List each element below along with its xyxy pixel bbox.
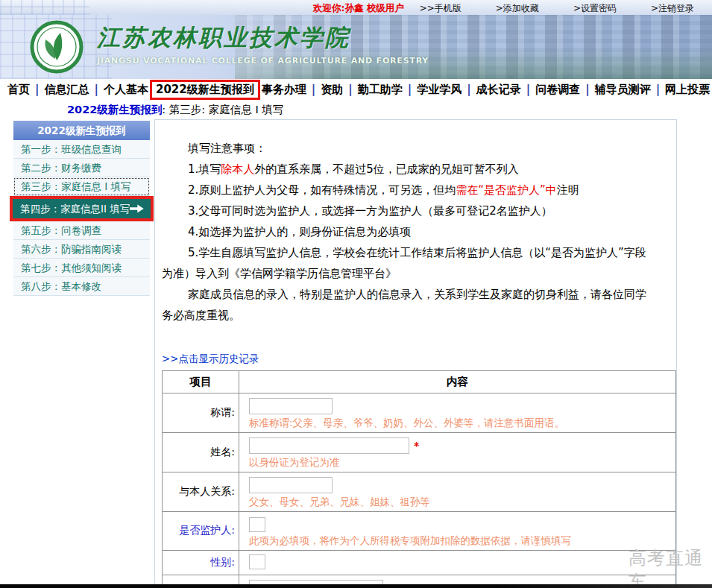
guardian-hint: 此项为必填项，将作为个人所得税专项附加扣除的数据依据，请谨慎填写 bbox=[249, 534, 670, 547]
notes-line-5: 5.学生自愿填写监护人信息，学校会在统计工作结束后将监护人信息（以“是否为监护人… bbox=[162, 242, 654, 284]
nav-separator: | bbox=[35, 83, 39, 96]
form-notes: 填写注意事项： 1.填写除本人外的直系亲属，不超过5位，已成家的兄姐可暂不列入 … bbox=[162, 138, 654, 326]
nav-item-personal-basic[interactable]: 个人基本 bbox=[104, 83, 148, 97]
notes-line-1: 1.填写除本人外的直系亲属，不超过5位，已成家的兄姐可暂不列入 bbox=[162, 159, 654, 180]
site-banner: 江苏农林职业技术学院 JIANGSU VOCATIONAL COLLEGE OF… bbox=[0, 15, 712, 79]
nav-item-info-summary[interactable]: 信息汇总 bbox=[44, 83, 89, 97]
column-header-content: 内容 bbox=[239, 371, 676, 393]
preregistration-steps-sidebar: 2022级新生预报到 第一步：班级信息查询 第二步：财务缴费 第三步：家庭信息 … bbox=[13, 121, 150, 296]
current-step-arrow-icon bbox=[130, 204, 144, 213]
annotation-highlight-box: 第四步：家庭信息II 填写 bbox=[10, 196, 154, 221]
table-row: 与本人关系: 父女、母女、兄弟、兄妹、姐妹、祖孙等 bbox=[163, 472, 676, 512]
title-hint: 标准称谓:父亲、母亲、爷爷、奶奶、外公、外婆等，请注意书面用语。 bbox=[249, 417, 670, 429]
guardian-label: 是否监护人: bbox=[163, 512, 239, 551]
sidebar-title: 2022级新生预报到 bbox=[13, 121, 150, 140]
notes-line-4: 4.如选择为监护人的，则身份证信息为必填项 bbox=[162, 221, 654, 242]
sidebar-item-step2-payment[interactable]: 第二步：财务缴费 bbox=[13, 159, 150, 177]
breadcrumb-step: : 第三步: 家庭信息 I 填写 bbox=[162, 104, 283, 116]
nav-item-funding[interactable]: 资助 bbox=[321, 83, 343, 97]
logout-link[interactable]: >注销登录 bbox=[651, 2, 694, 15]
breadcrumb-section: 2022级新生预报到 bbox=[67, 104, 162, 116]
show-history-link[interactable]: >>点击显示历史记录 bbox=[162, 353, 259, 366]
family-info-form-table: 项目 内容 称谓: 标准称谓:父亲、母亲、爷爷、奶奶、外公、外婆等，请注意书面用… bbox=[162, 370, 676, 588]
relation-hint: 父女、母女、兄弟、兄妹、姐妹、祖孙等 bbox=[249, 496, 670, 508]
table-row: 称谓: 标准称谓:父亲、母亲、爷爷、奶奶、外公、外婆等，请注意书面用语。 bbox=[163, 393, 676, 433]
nav-item-work-study[interactable]: 勤工助学 bbox=[358, 83, 403, 97]
sidebar-item-step6-antifraud-reading[interactable]: 第六步：防骗指南阅读 bbox=[13, 240, 150, 259]
sidebar-item-step8-basic-edit[interactable]: 第八步：基本修改 bbox=[13, 277, 150, 296]
required-asterisk: * bbox=[414, 440, 419, 452]
notes-line-6: 家庭成员信息的录入，特别是监护人的信息录入，关系到学生及家庭的切身利益，请各位同… bbox=[162, 284, 654, 326]
nav-separator: | bbox=[348, 83, 352, 96]
guardian-checkbox[interactable] bbox=[249, 517, 265, 532]
relation-label: 与本人关系: bbox=[163, 472, 239, 512]
college-name-chinese: 江苏农林职业技术学院 bbox=[97, 22, 429, 54]
college-name-english: JIANGSU VOCATIONAL COLLEGE OF AGRICULTUR… bbox=[97, 56, 429, 66]
nav-separator: | bbox=[312, 83, 315, 96]
nav-item-home[interactable]: 首页 bbox=[7, 83, 30, 97]
add-favorite-link[interactable]: >添加收藏 bbox=[496, 2, 539, 15]
nav-separator: | bbox=[94, 83, 98, 96]
notes-line-3: 3.父母可同时选为监护人，或选择一方为监护人（最多可登记2名监护人） bbox=[162, 200, 654, 221]
table-row: 姓名: * 以身份证为登记为准 bbox=[163, 433, 676, 472]
nav-separator: | bbox=[656, 83, 660, 96]
nav-item-affairs[interactable]: 事务办理 bbox=[262, 83, 306, 97]
gender-input[interactable] bbox=[249, 554, 265, 569]
mobile-version-link[interactable]: >>手机版 bbox=[420, 2, 461, 15]
college-logo-icon bbox=[30, 20, 84, 74]
top-utility-bar: 欢迎你:孙鑫 校级用户 >>手机版 >添加收藏 >设置密码 >注销登录 bbox=[0, 0, 712, 15]
nav-item-growth-record[interactable]: 成长记录 bbox=[476, 83, 521, 97]
sidebar-item-step7-other-notices[interactable]: 第七步：其他须知阅读 bbox=[13, 259, 150, 277]
nav-item-online-voting[interactable]: 网上投票 bbox=[665, 83, 710, 97]
nav-separator: | bbox=[467, 83, 470, 96]
top-links: >>手机版 >添加收藏 >设置密码 >注销登录 bbox=[420, 2, 694, 15]
nav-item-questionnaire[interactable]: 问卷调查 bbox=[535, 83, 580, 97]
column-header-item: 项目 bbox=[163, 371, 239, 393]
nav-item-counselor-review[interactable]: 辅导员测评 bbox=[595, 83, 651, 97]
title-label: 称谓: bbox=[163, 393, 239, 433]
breadcrumb: 2022级新生预报到: 第三步: 家庭信息 I 填写 bbox=[67, 103, 283, 117]
notes-line-2: 2.原则上监护人为父母，如有特殊情况，可另选，但均需在“是否监护人”中注明 bbox=[162, 180, 654, 200]
set-password-link[interactable]: >设置密码 bbox=[573, 2, 617, 15]
bottom-edge-strip bbox=[0, 584, 712, 588]
name-label: 姓名: bbox=[163, 433, 239, 472]
notes-title: 填写注意事项： bbox=[162, 138, 654, 159]
nav-separator: | bbox=[526, 83, 530, 96]
sidebar-item-step5-questionnaire[interactable]: 第五步：问卷调查 bbox=[13, 221, 150, 240]
title-input[interactable] bbox=[249, 398, 333, 414]
nav-separator: | bbox=[408, 83, 412, 96]
relation-input[interactable] bbox=[249, 477, 333, 493]
nav-item-2022-freshman-preregistration[interactable]: 2022级新生预报到 bbox=[150, 80, 260, 100]
main-nav: 首页 | 信息汇总 | 个人基本 2022级新生预报到 事务办理 | 资助 | … bbox=[0, 79, 712, 100]
decorative-grid-pattern bbox=[0, 0, 89, 15]
welcome-user-text: 欢迎你:孙鑫 校级用户 bbox=[313, 2, 404, 15]
nav-separator: | bbox=[585, 83, 589, 96]
sidebar-item-step3-family-info-1[interactable]: 第三步：家庭信息 I 填写 bbox=[13, 177, 150, 196]
gender-label: 性别: bbox=[163, 550, 239, 575]
sidebar-item-label: 第四步：家庭信息II 填写 bbox=[20, 199, 130, 218]
gaokao-zhitongche-watermark: 高考直通车 bbox=[628, 546, 712, 588]
sidebar-item-step4-family-info-2[interactable]: 第四步：家庭信息II 填写 bbox=[13, 199, 151, 218]
table-row: 性别: bbox=[163, 550, 676, 575]
name-hint: 以身份证为登记为准 bbox=[249, 456, 670, 469]
main-content-panel: 填写注意事项： 1.填写除本人外的直系亲属，不超过5位，已成家的兄姐可暂不列入 … bbox=[154, 119, 677, 588]
table-row: 是否监护人: 此项为必填项，将作为个人所得税专项附加扣除的数据依据，请谨慎填写 bbox=[163, 512, 676, 551]
name-input[interactable] bbox=[249, 437, 409, 454]
nav-item-academics[interactable]: 学业学风 bbox=[417, 83, 461, 97]
sidebar-item-step1-class-info[interactable]: 第一步：班级信息查询 bbox=[13, 140, 150, 159]
